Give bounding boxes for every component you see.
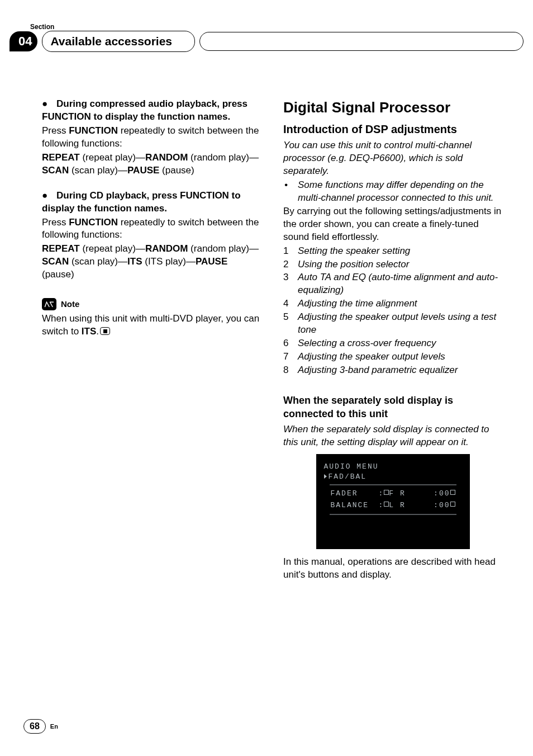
- chapter-title-pill-empty: [199, 32, 524, 51]
- left-column: ●During compressed audio playback, press…: [42, 98, 261, 583]
- list-item: 2Using the position selector: [283, 258, 502, 271]
- list-item: 8Adjusting 3-band parametric equalizer: [283, 364, 502, 377]
- end-mark-icon: [100, 327, 110, 335]
- unit-display-figure: AUDIO MENU FAD/BAL FADER :F R :00 BALANC…: [316, 454, 470, 549]
- sequence-text: REPEAT (repeat play)—RANDOM (random play…: [42, 243, 261, 281]
- chapter-title-pill: Available accessories: [42, 31, 195, 52]
- list-item: 6Selecting a cross-over frequency: [283, 337, 502, 350]
- section-label: Section: [30, 22, 54, 31]
- heading-1: Digital Signal Processor: [283, 98, 502, 117]
- heading-text: During CD playback, press FUNCTION to di…: [42, 190, 241, 214]
- header-bar: 04 Available accessories: [9, 31, 524, 52]
- outro-text: In this manual, operations are described…: [283, 556, 502, 582]
- page-number: 68: [23, 719, 46, 734]
- sub-bullet: Some functions may differ depending on t…: [283, 179, 502, 205]
- list-item: 5Adjusting the speaker output levels usi…: [283, 311, 502, 337]
- triangle-icon: [324, 474, 327, 479]
- intro-text: By carrying out the following settings/a…: [283, 205, 502, 244]
- note-label: Note: [61, 299, 79, 310]
- note-header: Note: [42, 298, 261, 310]
- display-row-balance: BALANCE :L R :00: [324, 499, 462, 512]
- instruction-block-compressed: ●During compressed audio playback, press…: [42, 98, 261, 177]
- body-text: Press FUNCTION repeatedly to switch betw…: [42, 125, 261, 150]
- sequence-text: REPEAT (repeat play)—RANDOM (random play…: [42, 152, 261, 177]
- note-icon: [42, 298, 56, 310]
- list-item: 4Adjusting the time alignment: [283, 297, 502, 310]
- language-label: En: [50, 722, 58, 731]
- heading-text: During compressed audio playback, press …: [42, 98, 248, 122]
- right-column: Digital Signal Processor Introduction of…: [283, 98, 502, 583]
- numbered-list: 1Setting the speaker setting 2Using the …: [283, 245, 502, 377]
- bullet-icon: ●: [42, 190, 56, 202]
- footer: 68 En: [23, 719, 58, 734]
- subheading: When the separately sold display is conn…: [283, 394, 502, 421]
- body-text: Press FUNCTION repeatedly to switch betw…: [42, 216, 261, 242]
- heading-2: Introduction of DSP adjustments: [283, 122, 502, 137]
- list-item: 1Setting the speaker setting: [283, 245, 502, 258]
- sub-intro: When the separately sold display is conn…: [283, 423, 502, 449]
- note-text: When using this unit with multi-DVD play…: [42, 313, 261, 338]
- intro-italic: You can use this unit to control multi-c…: [283, 139, 502, 178]
- section-number-pill: 04: [9, 31, 37, 51]
- display-title: AUDIO MENU: [324, 462, 462, 472]
- instruction-block-cd: ●During CD playback, press FUNCTION to d…: [42, 190, 261, 282]
- display-breadcrumb: FAD/BAL: [324, 472, 462, 482]
- display-row-fader: FADER :F R :00: [324, 488, 462, 500]
- bullet-icon: ●: [42, 98, 56, 111]
- list-item: 7Adjusting the speaker output levels: [283, 351, 502, 363]
- list-item: 3Auto TA and EQ (auto-time alignment and…: [283, 271, 502, 297]
